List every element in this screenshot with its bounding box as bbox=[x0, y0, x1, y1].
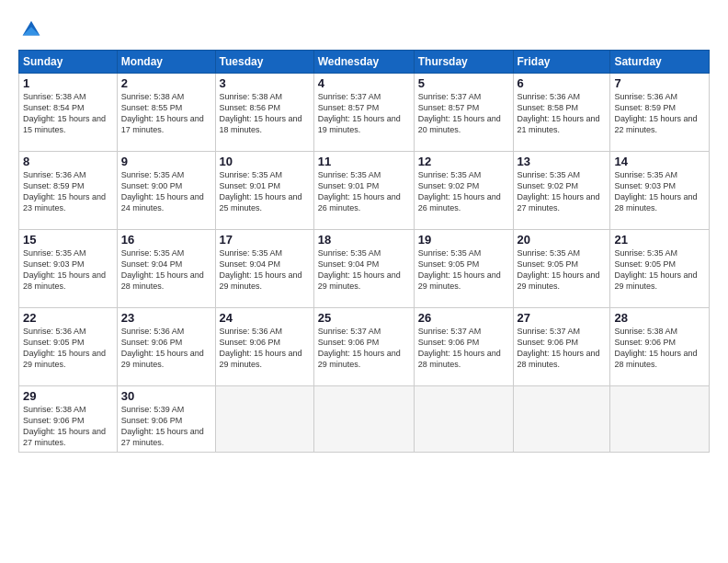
day-number: 15 bbox=[23, 233, 113, 247]
calendar-cell bbox=[610, 386, 710, 453]
day-info: Sunrise: 5:35 AMSunset: 9:04 PMDaylight:… bbox=[121, 247, 211, 293]
day-info: Sunrise: 5:37 AMSunset: 9:06 PMDaylight:… bbox=[518, 326, 607, 371]
calendar-cell: 21Sunrise: 5:35 AMSunset: 9:05 PMDayligh… bbox=[610, 230, 710, 308]
day-number: 12 bbox=[418, 155, 509, 168]
calendar-cell: 11Sunrise: 5:35 AMSunset: 9:01 PMDayligh… bbox=[313, 152, 414, 230]
calendar-header-wednesday: Wednesday bbox=[313, 51, 414, 74]
day-number: 2 bbox=[121, 76, 211, 90]
day-info: Sunrise: 5:35 AMSunset: 9:00 PMDaylight:… bbox=[121, 169, 211, 214]
day-number: 26 bbox=[418, 311, 509, 325]
day-info: Sunrise: 5:38 AMSunset: 8:54 PMDaylight:… bbox=[23, 91, 113, 136]
day-number: 16 bbox=[121, 233, 211, 247]
calendar-cell bbox=[513, 386, 610, 453]
day-info: Sunrise: 5:37 AMSunset: 9:06 PMDaylight:… bbox=[418, 326, 509, 371]
calendar-cell: 15Sunrise: 5:35 AMSunset: 9:03 PMDayligh… bbox=[19, 230, 118, 308]
day-info: Sunrise: 5:36 AMSunset: 9:06 PMDaylight:… bbox=[121, 326, 211, 371]
calendar-cell: 16Sunrise: 5:35 AMSunset: 9:04 PMDayligh… bbox=[117, 230, 215, 308]
day-info: Sunrise: 5:35 AMSunset: 9:02 PMDaylight:… bbox=[518, 169, 607, 214]
calendar-cell: 12Sunrise: 5:35 AMSunset: 9:02 PMDayligh… bbox=[414, 152, 513, 230]
calendar-cell: 3Sunrise: 5:38 AMSunset: 8:56 PMDaylight… bbox=[215, 74, 313, 152]
calendar-cell: 9Sunrise: 5:35 AMSunset: 9:00 PMDaylight… bbox=[117, 152, 215, 230]
calendar-cell bbox=[215, 386, 313, 453]
calendar-cell: 6Sunrise: 5:36 AMSunset: 8:58 PMDaylight… bbox=[513, 74, 610, 152]
calendar-week-row: 8Sunrise: 5:36 AMSunset: 8:59 PMDaylight… bbox=[19, 152, 710, 230]
page: SundayMondayTuesdayWednesdayThursdayFrid… bbox=[0, 0, 728, 563]
calendar-cell: 25Sunrise: 5:37 AMSunset: 9:06 PMDayligh… bbox=[313, 308, 414, 386]
day-info: Sunrise: 5:38 AMSunset: 9:06 PMDaylight:… bbox=[614, 326, 705, 371]
calendar-table: SundayMondayTuesdayWednesdayThursdayFrid… bbox=[18, 50, 710, 453]
day-number: 17 bbox=[220, 233, 310, 247]
day-number: 10 bbox=[220, 155, 310, 168]
calendar-cell: 19Sunrise: 5:35 AMSunset: 9:05 PMDayligh… bbox=[414, 230, 513, 308]
calendar-cell: 22Sunrise: 5:36 AMSunset: 9:05 PMDayligh… bbox=[19, 308, 118, 386]
calendar-header-thursday: Thursday bbox=[414, 51, 513, 74]
calendar-cell: 26Sunrise: 5:37 AMSunset: 9:06 PMDayligh… bbox=[414, 308, 513, 386]
day-info: Sunrise: 5:35 AMSunset: 9:05 PMDaylight:… bbox=[518, 247, 607, 293]
calendar-cell: 28Sunrise: 5:38 AMSunset: 9:06 PMDayligh… bbox=[610, 308, 710, 386]
day-info: Sunrise: 5:35 AMSunset: 9:04 PMDaylight:… bbox=[220, 247, 310, 293]
calendar-cell: 2Sunrise: 5:38 AMSunset: 8:55 PMDaylight… bbox=[117, 74, 215, 152]
day-info: Sunrise: 5:35 AMSunset: 9:03 PMDaylight:… bbox=[614, 169, 705, 214]
day-number: 11 bbox=[318, 155, 410, 168]
day-info: Sunrise: 5:38 AMSunset: 8:56 PMDaylight:… bbox=[220, 91, 310, 136]
day-number: 22 bbox=[23, 311, 113, 325]
day-info: Sunrise: 5:36 AMSunset: 9:06 PMDaylight:… bbox=[220, 326, 310, 371]
day-info: Sunrise: 5:35 AMSunset: 9:05 PMDaylight:… bbox=[614, 247, 705, 293]
calendar-cell bbox=[414, 386, 513, 453]
calendar-cell: 8Sunrise: 5:36 AMSunset: 8:59 PMDaylight… bbox=[19, 152, 118, 230]
day-number: 3 bbox=[220, 76, 310, 90]
logo bbox=[18, 17, 48, 42]
day-info: Sunrise: 5:39 AMSunset: 9:06 PMDaylight:… bbox=[121, 404, 211, 449]
day-info: Sunrise: 5:35 AMSunset: 9:03 PMDaylight:… bbox=[23, 247, 113, 293]
calendar-cell: 14Sunrise: 5:35 AMSunset: 9:03 PMDayligh… bbox=[610, 152, 710, 230]
day-number: 19 bbox=[418, 233, 509, 247]
day-info: Sunrise: 5:37 AMSunset: 9:06 PMDaylight:… bbox=[318, 326, 410, 371]
calendar-cell: 13Sunrise: 5:35 AMSunset: 9:02 PMDayligh… bbox=[513, 152, 610, 230]
day-number: 29 bbox=[23, 389, 113, 403]
day-info: Sunrise: 5:37 AMSunset: 8:57 PMDaylight:… bbox=[418, 91, 509, 136]
day-number: 6 bbox=[518, 76, 607, 90]
calendar-cell: 23Sunrise: 5:36 AMSunset: 9:06 PMDayligh… bbox=[117, 308, 215, 386]
day-number: 14 bbox=[614, 155, 705, 168]
calendar-cell: 7Sunrise: 5:36 AMSunset: 8:59 PMDaylight… bbox=[610, 74, 710, 152]
day-info: Sunrise: 5:36 AMSunset: 9:05 PMDaylight:… bbox=[23, 326, 113, 371]
calendar-cell: 10Sunrise: 5:35 AMSunset: 9:01 PMDayligh… bbox=[215, 152, 313, 230]
calendar-week-row: 22Sunrise: 5:36 AMSunset: 9:05 PMDayligh… bbox=[19, 308, 710, 386]
calendar-header-saturday: Saturday bbox=[610, 51, 710, 74]
calendar-week-row: 1Sunrise: 5:38 AMSunset: 8:54 PMDaylight… bbox=[19, 74, 710, 152]
calendar-week-row: 15Sunrise: 5:35 AMSunset: 9:03 PMDayligh… bbox=[19, 230, 710, 308]
day-number: 8 bbox=[23, 155, 113, 168]
day-number: 18 bbox=[318, 233, 410, 247]
calendar-cell: 17Sunrise: 5:35 AMSunset: 9:04 PMDayligh… bbox=[215, 230, 313, 308]
day-number: 30 bbox=[121, 389, 211, 403]
calendar-cell: 29Sunrise: 5:38 AMSunset: 9:06 PMDayligh… bbox=[19, 386, 118, 453]
day-number: 27 bbox=[518, 311, 607, 325]
calendar-cell: 1Sunrise: 5:38 AMSunset: 8:54 PMDaylight… bbox=[19, 74, 118, 152]
day-info: Sunrise: 5:36 AMSunset: 8:59 PMDaylight:… bbox=[23, 169, 113, 214]
calendar-cell bbox=[313, 386, 414, 453]
day-number: 25 bbox=[318, 311, 410, 325]
day-info: Sunrise: 5:37 AMSunset: 8:57 PMDaylight:… bbox=[318, 91, 410, 136]
day-number: 7 bbox=[614, 76, 705, 90]
logo-icon bbox=[18, 17, 44, 42]
calendar-header-friday: Friday bbox=[513, 51, 610, 74]
calendar-cell: 24Sunrise: 5:36 AMSunset: 9:06 PMDayligh… bbox=[215, 308, 313, 386]
calendar-week-row: 29Sunrise: 5:38 AMSunset: 9:06 PMDayligh… bbox=[19, 386, 710, 453]
calendar-cell: 5Sunrise: 5:37 AMSunset: 8:57 PMDaylight… bbox=[414, 74, 513, 152]
day-number: 9 bbox=[121, 155, 211, 168]
calendar-cell: 4Sunrise: 5:37 AMSunset: 8:57 PMDaylight… bbox=[313, 74, 414, 152]
day-number: 1 bbox=[23, 76, 113, 90]
header bbox=[18, 17, 710, 42]
day-info: Sunrise: 5:38 AMSunset: 8:55 PMDaylight:… bbox=[121, 91, 211, 136]
day-number: 13 bbox=[518, 155, 607, 168]
day-info: Sunrise: 5:35 AMSunset: 9:02 PMDaylight:… bbox=[418, 169, 509, 214]
day-number: 24 bbox=[220, 311, 310, 325]
day-info: Sunrise: 5:35 AMSunset: 9:01 PMDaylight:… bbox=[318, 169, 410, 214]
day-number: 20 bbox=[518, 233, 607, 247]
calendar-cell: 27Sunrise: 5:37 AMSunset: 9:06 PMDayligh… bbox=[513, 308, 610, 386]
calendar-header-monday: Monday bbox=[117, 51, 215, 74]
day-info: Sunrise: 5:36 AMSunset: 8:59 PMDaylight:… bbox=[614, 91, 705, 136]
day-number: 23 bbox=[121, 311, 211, 325]
day-number: 28 bbox=[614, 311, 705, 325]
day-info: Sunrise: 5:35 AMSunset: 9:05 PMDaylight:… bbox=[418, 247, 509, 293]
